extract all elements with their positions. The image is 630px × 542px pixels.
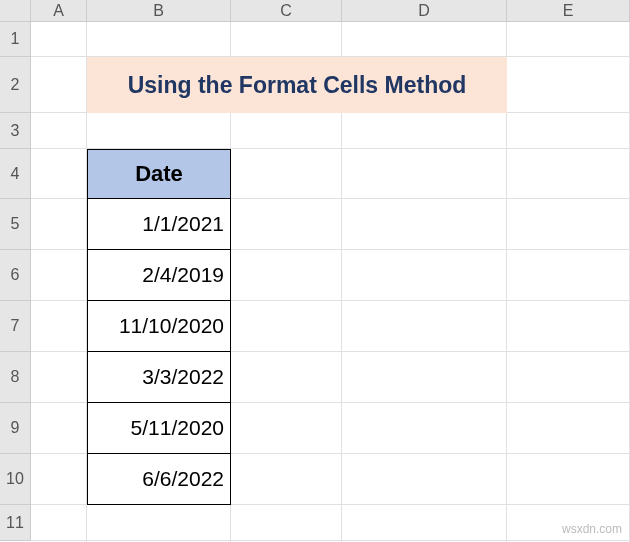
row-header-8[interactable]: 8: [0, 352, 31, 403]
spreadsheet-grid: A B C D E 1 2 3 4 5 6 7 8 9 10 11: [0, 0, 630, 542]
row-header-7[interactable]: 7: [0, 301, 31, 352]
table-header-date[interactable]: Date: [87, 149, 231, 199]
column-headers: A B C D E: [0, 0, 630, 22]
row-header-4[interactable]: 4: [0, 149, 31, 199]
row-header-6[interactable]: 6: [0, 250, 31, 301]
watermark: wsxdn.com: [562, 522, 622, 536]
select-all-corner[interactable]: [0, 0, 31, 22]
row-headers: 1 2 3 4 5 6 7 8 9 10 11: [0, 22, 31, 541]
row-header-10[interactable]: 10: [0, 454, 31, 505]
table-cell-date[interactable]: 3/3/2022: [87, 352, 231, 403]
title-merged-cell[interactable]: Using the Format Cells Method: [87, 57, 507, 113]
row-header-11[interactable]: 11: [0, 505, 31, 541]
row-header-5[interactable]: 5: [0, 199, 31, 250]
table-cell-date[interactable]: 1/1/2021: [87, 199, 231, 250]
row-header-1[interactable]: 1: [0, 22, 31, 57]
column-header-A[interactable]: A: [31, 0, 87, 22]
column-header-C[interactable]: C: [231, 0, 342, 22]
column-header-E[interactable]: E: [507, 0, 630, 22]
table-cell-date[interactable]: 6/6/2022: [87, 454, 231, 505]
column-header-D[interactable]: D: [342, 0, 507, 22]
row-header-9[interactable]: 9: [0, 403, 31, 454]
column-header-B[interactable]: B: [87, 0, 231, 22]
cells-area: Using the Format Cells Method Date 1/1/2…: [31, 22, 630, 542]
table-cell-date[interactable]: 11/10/2020: [87, 301, 231, 352]
table-cell-date[interactable]: 2/4/2019: [87, 250, 231, 301]
row-header-2[interactable]: 2: [0, 57, 31, 113]
table-cell-date[interactable]: 5/11/2020: [87, 403, 231, 454]
row-header-3[interactable]: 3: [0, 113, 31, 149]
